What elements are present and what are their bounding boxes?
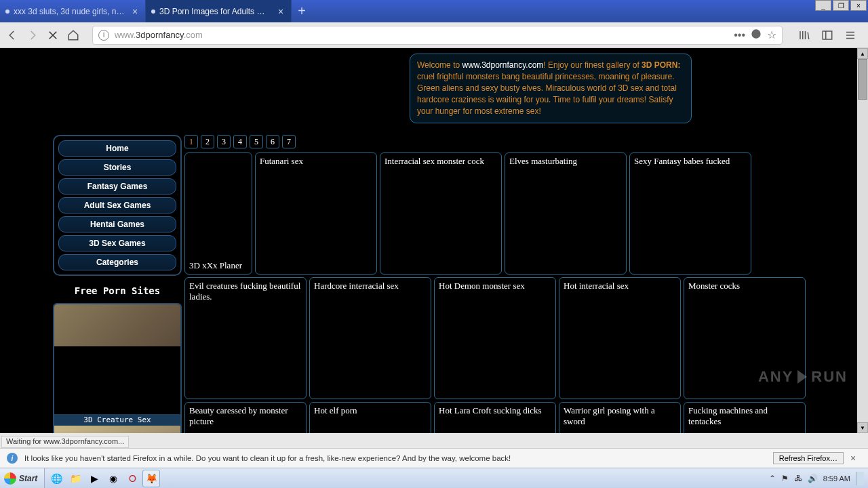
tab-label: 3D Porn Images for Adults @ 3D P <box>159 7 272 16</box>
close-button[interactable]: × <box>850 0 867 11</box>
gallery-cell[interactable]: Hot Lara Croft sucking dicks <box>434 402 556 433</box>
opera-icon[interactable]: O <box>123 470 141 487</box>
sidebar-thumb[interactable]: 3D Creature Sex <box>53 303 182 433</box>
tab-0[interactable]: xxx 3d sluts, 3d nude girls, naked × <box>0 0 146 22</box>
page-7[interactable]: 7 <box>282 135 296 148</box>
gallery-cell[interactable]: Beauty caressed by monster picture <box>184 402 307 433</box>
address-bar[interactable]: i www.3dpornfancy.com ••• ☆ <box>92 26 783 45</box>
gallery-cell[interactable]: 3D xXx Planer <box>184 152 252 274</box>
stop-button[interactable] <box>46 28 60 42</box>
home-button[interactable] <box>66 28 80 42</box>
thumb-image <box>54 304 180 346</box>
chevron-up-icon[interactable]: ⌃ <box>769 474 776 483</box>
task-icons: 🌐 📁 ▶ ◉ O 🦊 <box>47 470 160 487</box>
page-6[interactable]: 6 <box>266 135 279 148</box>
ie-icon[interactable]: 🌐 <box>47 470 65 487</box>
thumb-label: 3D Creature Sex <box>54 414 180 426</box>
chrome-icon[interactable]: ◉ <box>104 470 122 487</box>
gallery-cell[interactable]: Hot interracial sex <box>559 277 681 399</box>
window-controls: _ ❐ × <box>815 0 868 11</box>
page-1[interactable]: 1 <box>184 135 198 148</box>
nav-fantasy-games[interactable]: Fantasy Games <box>58 178 176 195</box>
clock[interactable]: 8:59 AM <box>823 474 850 483</box>
bookmark-icon[interactable]: ☆ <box>767 28 776 41</box>
nav-adult-sex-games[interactable]: Adult Sex Games <box>58 197 176 214</box>
nav-box: Home Stories Fantasy Games Adult Sex Gam… <box>53 135 182 276</box>
scroll-thumb[interactable] <box>858 59 867 100</box>
nav-categories[interactable]: Categories <box>58 254 176 270</box>
svg-rect-0 <box>823 31 832 39</box>
gallery-cell[interactable]: Sexy Fantasy babes fucked <box>629 152 751 274</box>
scroll-track[interactable] <box>857 59 868 422</box>
new-tab-button[interactable]: + <box>292 0 312 22</box>
url-text: www.3dpornfancy.com <box>115 30 728 40</box>
gallery-cell[interactable]: Monster cocks <box>684 277 806 399</box>
gallery-cell[interactable]: Hot Demon monster sex <box>434 277 556 399</box>
main-area: 1 2 3 4 5 6 7 3D xXx Planer Futanari sex… <box>184 135 853 433</box>
nav-hentai-games[interactable]: Hentai Games <box>58 216 176 232</box>
system-tray: ⌃ ⚑ 🖧 🔊 8:59 AM <box>765 472 868 485</box>
tab-favicon <box>151 9 155 14</box>
menu-icon[interactable] <box>844 28 857 42</box>
page-content: Welcome to www.3dpornfancy.com! Enjoy ou… <box>0 48 868 433</box>
start-button[interactable]: Start <box>0 468 45 489</box>
taskbar: Start 🌐 📁 ▶ ◉ O 🦊 ⌃ ⚑ 🖧 🔊 8:59 AM <box>0 468 868 488</box>
cell-label: 3D xXx Planer <box>189 260 242 271</box>
show-desktop[interactable] <box>856 472 864 485</box>
page-4[interactable]: 4 <box>233 135 247 148</box>
pocket-icon[interactable] <box>751 28 762 42</box>
flag-icon[interactable]: ⚑ <box>781 474 789 483</box>
gallery-cell[interactable]: Warrior girl posing with a sword <box>559 402 681 433</box>
network-icon[interactable]: 🖧 <box>794 474 802 483</box>
browser-titlebar: xxx 3d sluts, 3d nude girls, naked × 3D … <box>0 0 868 22</box>
gallery-cell[interactable]: Hardcore interracial sex <box>309 277 431 399</box>
page-scrollbar[interactable]: ▲ ▼ <box>857 48 868 433</box>
free-sites-title: Free Porn Sites <box>53 285 182 296</box>
welcome-box: Welcome to www.3dpornfancy.com! Enjoy ou… <box>410 54 692 123</box>
nav-3d-sex-games[interactable]: 3D Sex Games <box>58 235 176 251</box>
site-info-icon[interactable]: i <box>98 30 109 41</box>
back-button[interactable] <box>5 28 19 42</box>
scroll-up-icon[interactable]: ▲ <box>857 48 868 59</box>
tab-label: xxx 3d sluts, 3d nude girls, naked <box>14 7 126 16</box>
status-bar: Waiting for www.3dpornfancy.com... <box>1 436 129 448</box>
firefox-icon[interactable]: 🦊 <box>142 470 160 487</box>
explorer-icon[interactable]: 📁 <box>66 470 84 487</box>
gallery-cell[interactable]: Fucking machines and tentackes <box>684 402 806 433</box>
info-icon: i <box>7 453 18 464</box>
close-icon[interactable]: × <box>276 7 285 16</box>
gallery-cell[interactable]: Futanari sex <box>255 152 377 274</box>
windows-icon <box>4 472 16 485</box>
gallery-cell[interactable]: Elves masturbating <box>505 152 627 274</box>
tab-strip: xxx 3d sluts, 3d nude girls, naked × 3D … <box>0 0 312 22</box>
grid-row-1: 3D xXx Planer Futanari sex Interracial s… <box>184 152 853 274</box>
start-label: Start <box>19 474 37 483</box>
nav-stories[interactable]: Stories <box>58 159 176 176</box>
gallery-cell[interactable]: Hot elf porn <box>309 402 431 433</box>
page-actions-icon[interactable]: ••• <box>734 29 745 41</box>
thumb-blank <box>54 346 180 414</box>
close-icon[interactable]: × <box>130 7 140 16</box>
forward-button[interactable] <box>26 28 39 42</box>
browser-toolbar: i www.3dpornfancy.com ••• ☆ <box>0 22 868 48</box>
tab-favicon <box>5 9 9 14</box>
volume-icon[interactable]: 🔊 <box>808 474 818 483</box>
page-5[interactable]: 5 <box>250 135 263 148</box>
close-icon[interactable]: × <box>850 453 861 464</box>
page-3[interactable]: 3 <box>217 135 231 148</box>
gallery-cell[interactable]: Evil creatures fucking beautiful ladies. <box>184 277 307 399</box>
library-icon[interactable] <box>797 28 811 42</box>
pagination: 1 2 3 4 5 6 7 <box>184 135 853 148</box>
sidebar-icon[interactable] <box>821 28 834 42</box>
minimize-button[interactable]: _ <box>815 0 831 11</box>
toolbar-right <box>797 28 857 42</box>
gallery-cell[interactable]: Interracial sex monster cock <box>380 152 502 274</box>
media-icon[interactable]: ▶ <box>85 470 103 487</box>
scroll-down-icon[interactable]: ▼ <box>857 422 868 433</box>
maximize-button[interactable]: ❐ <box>833 0 849 11</box>
page-2[interactable]: 2 <box>201 135 214 148</box>
sidebar: Home Stories Fantasy Games Adult Sex Gam… <box>53 135 182 433</box>
refresh-firefox-button[interactable]: Refresh Firefox… <box>773 452 844 464</box>
tab-1[interactable]: 3D Porn Images for Adults @ 3D P × <box>146 0 292 22</box>
nav-home[interactable]: Home <box>58 140 176 157</box>
